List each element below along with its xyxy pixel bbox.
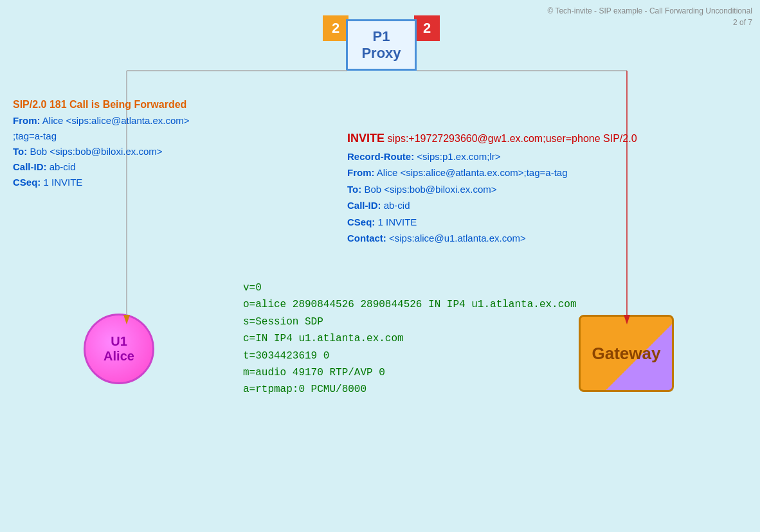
- gateway-node: Gateway: [579, 315, 674, 392]
- sip-cseq: CSeq: 1 INVITE: [13, 175, 190, 190]
- gateway-label: Gateway: [592, 344, 661, 364]
- invite-rr: Record-Route: <sips:p1.ex.com;lr>: [347, 148, 637, 165]
- badge-red: 2: [414, 15, 440, 41]
- sdp-v: v=0: [243, 279, 576, 296]
- sdp-c: c=IN IP4 u1.atlanta.ex.com: [243, 330, 576, 347]
- sip-to: To: Bob <sips:bob@biloxi.ex.com>: [13, 144, 190, 159]
- invite-callid: Call-ID: ab-cid: [347, 197, 637, 214]
- sip-from-tag: ;tag=a-tag: [13, 129, 190, 144]
- sip-status: SIP/2.0 181 Call is Being Forwarded: [13, 96, 190, 113]
- proxy-label2: Proxy: [361, 45, 401, 62]
- proxy-label1: P1: [373, 28, 390, 45]
- sdp-s: s=Session SDP: [243, 314, 576, 330]
- sdp-t: t=3034423619 0: [243, 348, 576, 364]
- sdp-m: m=audio 49170 RTP/AVP 0: [243, 364, 576, 381]
- left-sip-block: SIP/2.0 181 Call is Being Forwarded From…: [13, 96, 190, 190]
- invite-from: From: Alice <sips:alice@atlanta.ex.com>;…: [347, 164, 637, 181]
- proxy-box: P1 Proxy: [346, 19, 417, 71]
- diagram-lines: [0, 0, 760, 532]
- badge-orange: 2: [323, 15, 348, 41]
- invite-to: To: Bob <sips:bob@biloxi.ex.com>: [347, 181, 637, 198]
- sdp-block: v=0 o=alice 2890844526 2890844526 IN IP4…: [243, 279, 576, 398]
- right-invite-block: INVITE sips:+19727293660@gw1.ex.com;user…: [347, 129, 637, 247]
- alice-label1: U1: [111, 334, 127, 349]
- invite-cseq: CSeq: 1 INVITE: [347, 214, 637, 231]
- invite-line: INVITE sips:+19727293660@gw1.ex.com;user…: [347, 129, 637, 148]
- sdp-a: a=rtpmap:0 PCMU/8000: [243, 381, 576, 398]
- copyright-text: © Tech-invite - SIP example - Call Forwa…: [547, 5, 752, 28]
- invite-contact: Contact: <sips:alice@u1.atlanta.ex.com>: [347, 230, 637, 247]
- alice-node: U1 Alice: [84, 314, 154, 384]
- sip-from: From: Alice <sips:alice@atlanta.ex.com>: [13, 113, 190, 129]
- alice-label2: Alice: [104, 349, 134, 364]
- sip-callid: Call-ID: ab-cid: [13, 159, 190, 175]
- sdp-o: o=alice 2890844526 2890844526 IN IP4 u1.…: [243, 296, 576, 313]
